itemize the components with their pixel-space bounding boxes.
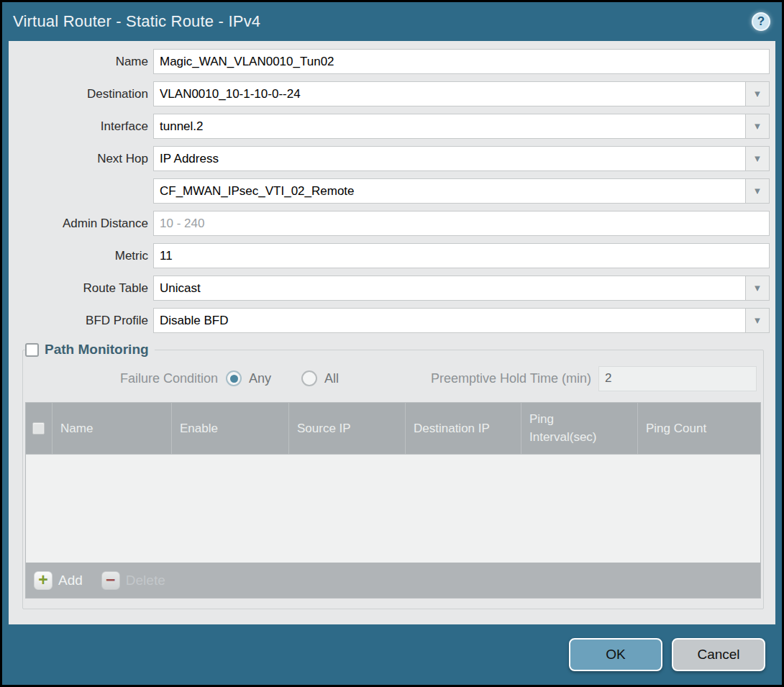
metric-label: Metric [9,249,148,263]
preemptive-hold-time-input[interactable] [598,366,757,391]
select-all-column-header [26,403,53,454]
next-hop-type-input[interactable] [153,146,746,171]
column-header-name[interactable]: Name [53,403,172,454]
field-row-destination: Destination ▼ [9,81,770,106]
plus-icon: + [34,571,53,590]
select-all-checkbox[interactable] [32,422,45,435]
static-route-dialog: Virtual Router - Static Route - IPv4 ? N… [0,0,784,687]
ok-button[interactable]: OK [569,638,662,671]
delete-button[interactable]: − Delete [101,571,165,590]
destination-dropdown-button[interactable]: ▼ [746,81,770,106]
failure-condition-row: Failure Condition Any All Preemptive Hol… [25,366,761,391]
interface-input[interactable] [153,114,746,139]
chevron-down-icon: ▼ [753,186,762,196]
failure-condition-option-all: All [301,370,339,386]
cancel-button[interactable]: Cancel [672,638,765,671]
bfd-profile-label: BFD Profile [9,314,148,328]
destination-label: Destination [9,87,148,101]
route-table-input[interactable] [153,276,746,301]
dialog-title: Virtual Router - Static Route - IPv4 [13,12,260,31]
chevron-down-icon: ▼ [753,154,762,163]
radio-dot [230,375,238,383]
next-hop-label: Next Hop [9,152,148,166]
name-label: Name [9,55,148,69]
bfd-profile-dropdown-button[interactable]: ▼ [746,308,770,333]
interface-dropdown-button[interactable]: ▼ [746,114,770,139]
next-hop-address-input[interactable] [153,178,746,204]
field-row-admin-distance: Admin Distance [9,211,770,236]
column-header-source-ip[interactable]: Source IP [289,403,406,454]
dialog-footer: OK Cancel [2,624,782,685]
field-row-metric: Metric [9,243,770,268]
column-header-ping-interval[interactable]: Ping Interval(sec) [521,403,638,454]
path-monitoring-title: Path Monitoring [45,342,149,358]
path-monitoring-table: Name Enable Source IP Destination IP Pin… [25,402,761,563]
field-row-bfd-profile: BFD Profile ▼ [9,308,770,333]
path-monitoring-section: Path Monitoring Failure Condition Any Al… [22,342,764,609]
radio-any[interactable] [226,370,242,386]
dialog-content: Name Destination ▼ Interface ▼ Next Hop … [9,41,775,624]
chevron-down-icon: ▼ [753,122,762,131]
admin-distance-input[interactable] [153,211,770,236]
preemptive-hold-time-label: Preemptive Hold Time (min) [431,371,591,386]
minus-icon: − [101,571,120,590]
route-table-label: Route Table [9,281,148,296]
field-row-name: Name [9,49,770,74]
radio-any-label: Any [249,371,271,386]
chevron-down-icon: ▼ [753,316,762,325]
column-header-enable[interactable]: Enable [172,403,289,454]
chevron-down-icon: ▼ [753,89,762,99]
table-body-empty [26,455,760,563]
next-hop-dropdown-button[interactable]: ▼ [746,146,770,171]
chevron-down-icon: ▼ [753,283,762,293]
admin-distance-label: Admin Distance [9,217,148,231]
field-row-next-hop: Next Hop ▼ [9,146,770,171]
metric-input[interactable] [153,243,770,268]
failure-condition-option-any: Any [226,370,271,386]
column-header-ping-count[interactable]: Ping Count [638,403,760,454]
next-hop-address-dropdown-button[interactable]: ▼ [746,178,770,204]
name-input[interactable] [153,49,770,74]
field-row-next-hop-address: ▼ [9,178,770,204]
destination-input[interactable] [153,81,746,106]
column-header-destination-ip[interactable]: Destination IP [406,403,521,454]
path-monitoring-legend: Path Monitoring [25,342,155,358]
preemptive-hold-time-group: Preemptive Hold Time (min) [431,366,757,391]
table-toolbar: + Add − Delete [25,563,761,599]
field-row-interface: Interface ▼ [9,114,770,139]
dialog-titlebar: Virtual Router - Static Route - IPv4 ? [2,2,782,41]
radio-all-label: All [324,371,339,386]
add-button[interactable]: + Add [34,571,83,590]
interface-label: Interface [9,119,148,134]
bfd-profile-input[interactable] [153,308,746,333]
table-header-row: Name Enable Source IP Destination IP Pin… [26,403,760,455]
radio-all[interactable] [301,370,317,386]
field-row-route-table: Route Table ▼ [9,276,770,301]
route-table-dropdown-button[interactable]: ▼ [746,276,770,301]
failure-condition-label: Failure Condition [25,371,218,386]
path-monitoring-checkbox[interactable] [25,343,39,357]
help-icon[interactable]: ? [752,12,770,31]
